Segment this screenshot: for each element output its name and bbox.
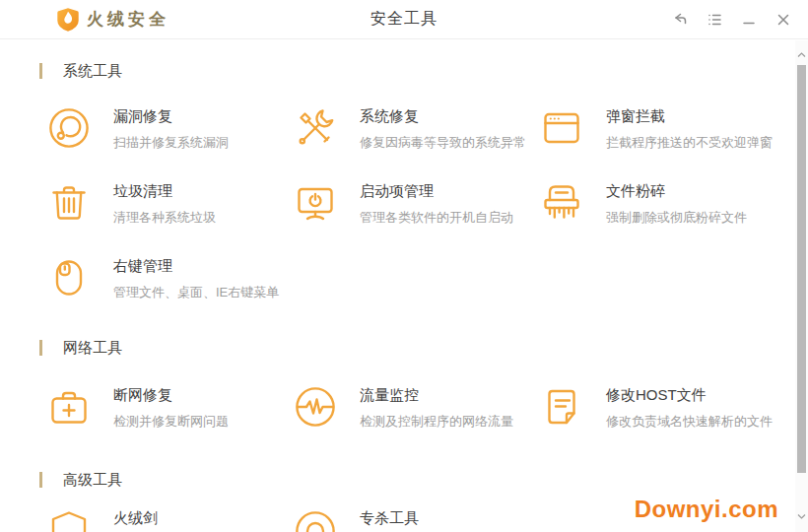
tool-vulnerability-fix[interactable]: 漏洞修复 扫描并修复系统漏洞 [47, 106, 294, 152]
app-name: 火绒安全 [87, 8, 169, 31]
host-file-icon [540, 385, 583, 429]
section-title: 网络工具 [63, 339, 122, 358]
section-header-network-tools: 网络工具 [39, 338, 808, 358]
scrollbar-thumb[interactable] [797, 65, 806, 473]
tool-system-repair[interactable]: 系统修复 修复因病毒等导致的系统异常 [294, 106, 540, 152]
scroll-up-icon[interactable] [797, 51, 806, 59]
tools-content: 系统工具 漏洞修复 扫描并修复系统漏洞 [0, 61, 808, 532]
tool-desc: 修复因病毒等导致的系统异常 [360, 134, 526, 152]
menu-list-icon [706, 11, 723, 29]
special-killer-icon [294, 508, 337, 532]
tool-name: 系统修复 [360, 107, 526, 126]
section-title: 高级工具 [63, 471, 122, 490]
system-repair-icon [294, 106, 337, 150]
tool-row: 断网修复 检测并修复断网问题 流量监控 检测及控制程序的网络流量 [47, 385, 808, 431]
minimize-icon [740, 11, 758, 29]
tool-name: 弹窗拦截 [606, 107, 773, 126]
tool-row: 垃圾清理 清理各种系统垃圾 启动项管理 管理各类软件的开机自启动 [47, 181, 808, 227]
titlebar: 火绒安全 安全工具 [0, 0, 808, 39]
tool-name: 专杀工具 [360, 509, 419, 528]
tool-junk-clean[interactable]: 垃圾清理 清理各种系统垃圾 [47, 181, 294, 227]
tool-desc: 修改负责域名快速解析的文件 [606, 413, 773, 431]
tool-row: 漏洞修复 扫描并修复系统漏洞 系统修复 修复因病毒等导致的系统异常 [47, 106, 808, 152]
popup-blocker-icon [540, 106, 583, 150]
tool-special-killer[interactable]: 专杀工具 [294, 508, 540, 532]
tool-name: 启动项管理 [360, 182, 513, 201]
tool-traffic-monitor[interactable]: 流量监控 检测及控制程序的网络流量 [294, 385, 540, 431]
close-button[interactable] [771, 7, 796, 33]
startup-manager-icon [294, 181, 337, 225]
app-brand: 火绒安全 [56, 7, 169, 33]
section-header-system-tools: 系统工具 [39, 61, 808, 81]
tool-startup-manager[interactable]: 启动项管理 管理各类软件的开机自启动 [294, 181, 540, 227]
scroll-down-icon[interactable] [797, 512, 806, 520]
back-icon [671, 11, 689, 29]
file-shredder-icon [540, 181, 583, 225]
close-icon [774, 11, 792, 29]
section-bar [39, 340, 42, 356]
section-bar [39, 63, 42, 79]
tool-context-menu-manager[interactable]: 右键管理 管理文件、桌面、IE右键菜单 [47, 256, 294, 301]
tool-huorong-sword[interactable]: 火绒剑 [47, 508, 294, 532]
tool-name: 漏洞修复 [113, 107, 229, 126]
tool-desc: 检测并修复断网问题 [113, 413, 229, 431]
tool-name: 流量监控 [360, 386, 513, 405]
downyi-watermark: Downyi.com [635, 496, 778, 523]
menu-button[interactable] [702, 7, 727, 33]
window-controls [658, 0, 796, 39]
tool-file-shredder[interactable]: 文件粉碎 强制删除或彻底粉碎文件 [540, 181, 786, 227]
tool-desc: 管理各类软件的开机自启动 [360, 209, 513, 227]
context-menu-manager-icon [47, 256, 91, 299]
section-bar [39, 472, 42, 488]
tool-name: 文件粉碎 [606, 182, 747, 201]
section-header-advanced-tools: 高级工具 [39, 470, 808, 490]
tool-popup-blocker[interactable]: 弹窗拦截 拦截程序推送的不受欢迎弹窗 [540, 106, 786, 152]
tool-name: 右键管理 [113, 257, 279, 276]
traffic-monitor-icon [294, 385, 337, 429]
junk-clean-icon [47, 181, 91, 225]
huorong-sword-icon [47, 508, 91, 532]
huorong-security-window: 火绒安全 安全工具 [0, 0, 808, 532]
vulnerability-fix-icon [47, 106, 91, 150]
tool-name: 火绒剑 [113, 509, 158, 528]
tool-name: 修改HOST文件 [606, 386, 773, 405]
tool-row: 右键管理 管理文件、桌面、IE右键菜单 [47, 256, 808, 301]
network-fix-icon [47, 385, 91, 429]
tool-desc: 清理各种系统垃圾 [113, 209, 216, 227]
minimize-button[interactable] [736, 7, 762, 33]
tool-network-fix[interactable]: 断网修复 检测并修复断网问题 [47, 385, 294, 431]
tool-host-file[interactable]: 修改HOST文件 修改负责域名快速解析的文件 [540, 385, 786, 431]
tool-name: 断网修复 [113, 386, 229, 405]
tool-desc: 检测及控制程序的网络流量 [360, 413, 513, 431]
huorong-logo-icon [56, 7, 80, 33]
tool-name: 垃圾清理 [113, 182, 216, 201]
vertical-scrollbar[interactable] [795, 40, 808, 532]
back-button[interactable] [667, 7, 693, 33]
tool-desc: 扫描并修复系统漏洞 [113, 134, 229, 152]
tool-desc: 管理文件、桌面、IE右键菜单 [113, 284, 279, 301]
section-title: 系统工具 [63, 62, 122, 81]
tool-desc: 强制删除或彻底粉碎文件 [606, 209, 747, 227]
tool-desc: 拦截程序推送的不受欢迎弹窗 [606, 134, 773, 152]
